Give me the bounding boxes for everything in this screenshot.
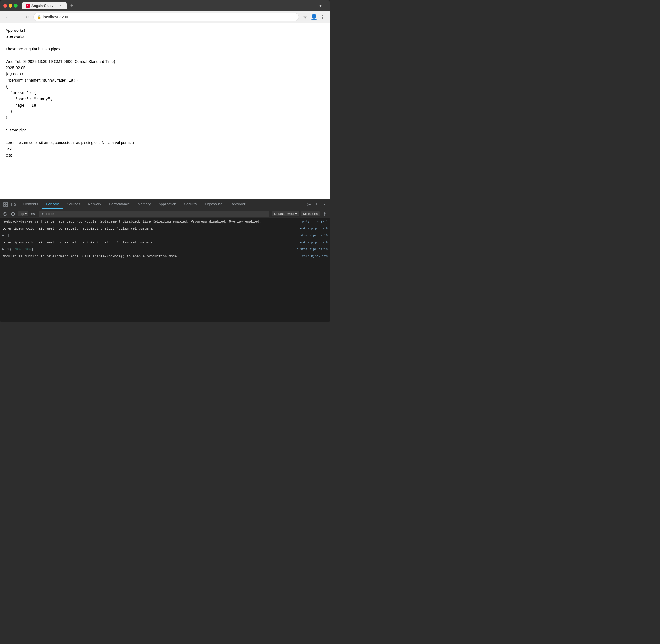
lorem-message-2-link[interactable]: custom.pipe.ts:9 bbox=[294, 240, 328, 245]
lorem-line: Lorem ipsum dolor sit amet, consectetur … bbox=[5, 140, 325, 146]
tab-performance[interactable]: Performance bbox=[105, 200, 133, 209]
expand-array-2-icon[interactable]: ▶ bbox=[2, 247, 4, 252]
console-msg-webpack: [webpack-dev-server] Server started: Hot… bbox=[0, 218, 330, 225]
json-block: { "person": { "name": "sunny", "age": 18… bbox=[5, 84, 325, 121]
custom-pipe-label: custom pipe bbox=[5, 127, 325, 133]
svg-point-6 bbox=[308, 204, 310, 205]
date-short-line: 2025-02-05 bbox=[5, 65, 325, 71]
empty-array-link[interactable]: custom.pipe.ts:10 bbox=[292, 233, 328, 238]
devtools-toolbar: Elements Console Sources Network Perform… bbox=[0, 200, 330, 209]
page-content: App works! pipe works! These are angular… bbox=[0, 23, 330, 200]
new-tab-button[interactable]: + bbox=[68, 2, 75, 9]
device-toolbar-icon[interactable] bbox=[10, 201, 17, 208]
currency-line: $1,000.00 bbox=[5, 71, 325, 77]
devtools-action-buttons: ⋮ × bbox=[303, 201, 330, 208]
svg-rect-0 bbox=[4, 203, 5, 204]
maximize-button[interactable] bbox=[14, 4, 18, 7]
array-message-text: (2) [100, 200] bbox=[5, 247, 292, 252]
tab-elements[interactable]: Elements bbox=[19, 200, 42, 209]
console-messages-area: [webpack-dev-server] Server started: Hot… bbox=[0, 218, 330, 322]
tab-close-button[interactable]: × bbox=[58, 3, 63, 8]
context-selector[interactable]: top ▾ bbox=[18, 211, 28, 216]
menu-button[interactable]: ⋮ bbox=[319, 13, 327, 21]
tab-network[interactable]: Network bbox=[84, 200, 105, 209]
inspect-element-icon[interactable] bbox=[2, 201, 9, 208]
test-line-1: test bbox=[5, 146, 325, 152]
lorem-message-2-text: Lorem ipsum dolor sit amet, consectetur … bbox=[2, 240, 294, 245]
webpack-message-text: [webpack-dev-server] Server started: Hot… bbox=[2, 219, 298, 224]
array-message-link[interactable]: custom.pipe.ts:10 bbox=[292, 247, 328, 252]
tab-memory[interactable]: Memory bbox=[134, 200, 155, 209]
lorem-message-1-link[interactable]: custom.pipe.ts:9 bbox=[294, 226, 328, 231]
lorem-message-1-text: Lorem ipsum dolor sit amet, consectetur … bbox=[2, 226, 294, 231]
browser-window: AngularStudy × + ▾ ← → ↻ 🔒 localhost:420… bbox=[0, 0, 330, 322]
eye-icon[interactable] bbox=[30, 211, 36, 217]
test-line-2: test bbox=[5, 152, 325, 158]
filter-input-area: ▼ bbox=[39, 211, 269, 217]
expand-array-icon[interactable]: ▶ bbox=[2, 233, 4, 238]
close-devtools-icon[interactable]: × bbox=[321, 201, 328, 208]
no-issues-button[interactable]: No Issues bbox=[301, 211, 320, 216]
webpack-message-link[interactable]: polyfills.js:1 bbox=[298, 219, 328, 224]
forward-button[interactable]: → bbox=[14, 13, 21, 21]
console-msg-empty-array: ▶ [] custom.pipe.ts:10 bbox=[0, 232, 330, 239]
tab-bar: AngularStudy × + ▾ bbox=[20, 2, 327, 9]
json-inline-line: { "person": { "name": "sunny", "age": 18… bbox=[5, 77, 325, 83]
lock-icon: 🔒 bbox=[37, 15, 41, 19]
issues-settings-icon[interactable] bbox=[322, 211, 328, 217]
svg-rect-3 bbox=[6, 205, 7, 206]
svg-rect-4 bbox=[12, 203, 14, 206]
filter-toggle-button[interactable] bbox=[10, 211, 16, 217]
traffic-lights bbox=[3, 4, 18, 7]
url-display: localhost:4200 bbox=[43, 15, 68, 19]
svg-line-8 bbox=[4, 213, 6, 215]
devtools-panel-icons bbox=[0, 201, 19, 208]
angular-dev-mode-link[interactable]: core.mjs:25520 bbox=[298, 254, 328, 259]
date-line: Wed Feb 05 2025 13:39:19 GMT-0600 (Centr… bbox=[5, 59, 325, 65]
context-label: top bbox=[20, 212, 24, 216]
tab-sources[interactable]: Sources bbox=[63, 200, 84, 209]
title-bar: AngularStudy × + ▾ bbox=[0, 0, 330, 11]
minimize-button[interactable] bbox=[9, 4, 12, 7]
tab-recorder[interactable]: Recorder bbox=[226, 200, 249, 209]
tab-favicon bbox=[26, 4, 30, 7]
angular-pipes-line: These are angular built-in pipes bbox=[5, 46, 325, 52]
pipe-works-line: pipe works! bbox=[5, 33, 325, 40]
tab-overflow-button[interactable]: ▾ bbox=[316, 2, 325, 9]
empty-array-text: [] bbox=[5, 233, 292, 238]
nav-bar: ← → ↻ 🔒 localhost:4200 ☆ 👤 ⋮ bbox=[0, 11, 330, 23]
svg-point-13 bbox=[324, 213, 325, 214]
svg-rect-1 bbox=[6, 203, 7, 204]
profile-button[interactable]: 👤 bbox=[310, 13, 318, 21]
context-arrow: ▾ bbox=[25, 212, 27, 216]
reload-button[interactable]: ↻ bbox=[23, 13, 31, 21]
app-works-line: App works! bbox=[5, 27, 325, 33]
tab-security[interactable]: Security bbox=[180, 200, 201, 209]
console-msg-lorem2: Lorem ipsum dolor sit amet, consectetur … bbox=[0, 239, 330, 246]
active-tab[interactable]: AngularStudy × bbox=[22, 2, 67, 9]
svg-rect-2 bbox=[4, 205, 5, 206]
settings-icon[interactable] bbox=[306, 201, 312, 208]
tab-title: AngularStudy bbox=[31, 4, 53, 8]
filter-input[interactable] bbox=[46, 212, 267, 216]
bookmark-button[interactable]: ☆ bbox=[301, 13, 309, 21]
tab-lighthouse[interactable]: Lighthouse bbox=[201, 200, 226, 209]
back-button[interactable]: ← bbox=[3, 13, 11, 21]
console-prompt-line: › bbox=[0, 260, 330, 267]
tab-application[interactable]: Application bbox=[155, 200, 180, 209]
close-button[interactable] bbox=[3, 4, 7, 7]
clear-console-button[interactable] bbox=[2, 211, 8, 217]
console-msg-angular: Angular is running in development mode. … bbox=[0, 253, 330, 260]
devtools-tabs: Elements Console Sources Network Perform… bbox=[19, 200, 303, 209]
angular-dev-mode-text: Angular is running in development mode. … bbox=[2, 254, 298, 259]
console-toolbar: top ▾ ▼ Default levels ▾ No Issues bbox=[0, 209, 330, 218]
svg-rect-5 bbox=[14, 204, 15, 206]
more-options-icon[interactable]: ⋮ bbox=[313, 201, 320, 208]
svg-point-12 bbox=[32, 213, 34, 214]
tab-console[interactable]: Console bbox=[42, 200, 63, 209]
filter-icon: ▼ bbox=[41, 212, 44, 215]
default-levels-button[interactable]: Default levels ▾ bbox=[272, 211, 299, 216]
console-msg-lorem1: Lorem ipsum dolor sit amet, consectetur … bbox=[0, 225, 330, 232]
nav-actions: ☆ 👤 ⋮ bbox=[301, 13, 327, 21]
address-bar[interactable]: 🔒 localhost:4200 bbox=[34, 13, 299, 21]
